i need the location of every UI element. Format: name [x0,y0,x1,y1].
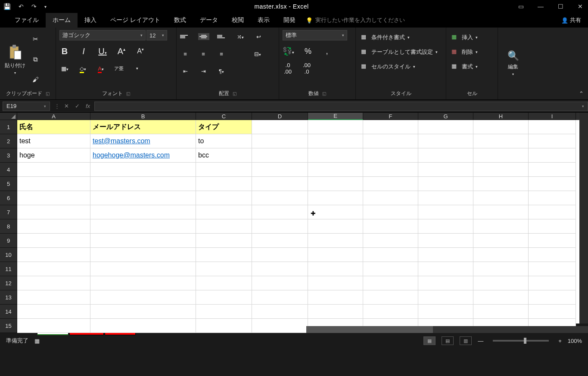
phonetic-button[interactable]: ア亜 [114,65,124,72]
borders-button[interactable]: ▦▾ [59,65,70,72]
wrap-text-button[interactable]: ↩ [253,34,264,40]
cell[interactable] [17,219,90,234]
zoom-slider[interactable] [493,340,549,342]
font-size-dropdown[interactable]: 12▾ [146,30,167,40]
cell[interactable] [529,262,576,276]
number-format-dropdown[interactable]: 標準▾ [283,30,347,40]
cell[interactable] [529,134,576,148]
cell[interactable] [196,234,252,248]
cell[interactable] [363,148,418,163]
tab-ページ レイアウト[interactable]: ページ レイアウト [103,13,167,28]
ribbon-display-icon[interactable]: ▭ [516,3,525,10]
cell[interactable] [363,163,418,177]
cell[interactable] [473,305,529,319]
cell[interactable] [473,262,529,276]
cell[interactable] [418,205,473,219]
cell[interactable] [363,134,418,148]
cell[interactable] [90,177,196,191]
cell[interactable] [473,148,529,163]
cell[interactable] [529,177,576,191]
row-header[interactable]: 4 [0,163,17,177]
tab-数式[interactable]: 数式 [167,13,193,28]
cell[interactable] [252,120,308,134]
column-header-A[interactable]: A [17,113,90,120]
cell[interactable] [196,290,252,305]
cell[interactable] [308,134,363,148]
cell[interactable] [308,205,363,219]
cell[interactable] [90,305,196,319]
minimize-icon[interactable]: — [536,3,545,10]
cell[interactable] [418,219,473,234]
cell[interactable] [252,262,308,276]
cell[interactable] [90,276,196,290]
cell[interactable] [473,134,529,148]
cell[interactable] [473,290,529,305]
cell[interactable] [17,319,90,333]
align-right-icon[interactable]: ≡ [216,51,227,57]
row-header[interactable]: 12 [0,276,17,290]
row-header[interactable]: 8 [0,219,17,234]
row-header[interactable]: 14 [0,305,17,319]
row-header[interactable]: 9 [0,234,17,248]
dialog-launcher-icon[interactable]: ◱ [46,91,50,96]
cell[interactable] [252,234,308,248]
rtl-icon[interactable]: ¶▾ [216,68,227,74]
zoom-level[interactable]: 100% [568,338,582,344]
cell[interactable] [252,276,308,290]
save-icon[interactable]: 💾 [3,3,11,10]
format-as-table-button[interactable]: ▦テーブルとして書式設定▾ [359,46,442,58]
cell[interactable] [17,191,90,205]
tab-表示[interactable]: 表示 [251,13,277,28]
cell[interactable] [196,319,252,333]
grow-font-button[interactable]: A▴ [116,46,127,56]
cell[interactable] [473,191,529,205]
redo-icon[interactable]: ↷ [31,3,37,10]
cell[interactable] [418,191,473,205]
cell[interactable] [17,262,90,276]
font-name-dropdown[interactable]: 游ゴシック▾ [59,30,146,40]
cell[interactable] [90,163,196,177]
cell[interactable] [196,262,252,276]
cell[interactable] [196,177,252,191]
cell[interactable] [473,234,529,248]
cell[interactable] [418,234,473,248]
tab-ファイル[interactable]: ファイル [8,13,46,28]
cell[interactable] [529,290,576,305]
column-header-C[interactable]: C [196,113,252,120]
tell-me-search[interactable]: 💡実行したい作業を入力してください [306,13,405,28]
share-button[interactable]: 👤 共有 [554,13,588,28]
cell[interactable] [252,191,308,205]
cell[interactable] [418,276,473,290]
cell[interactable] [363,191,418,205]
cell[interactable] [252,319,308,333]
horizontal-scrollbar[interactable] [306,326,588,333]
cell[interactable] [90,319,196,333]
align-middle-icon[interactable] [198,33,209,40]
cell[interactable] [418,177,473,191]
cell[interactable] [308,305,363,319]
cell[interactable] [418,262,473,276]
row-header[interactable]: 6 [0,191,17,205]
cell[interactable] [363,219,418,234]
column-header-G[interactable]: G [418,113,473,120]
increase-indent-icon[interactable]: ⇥ [198,68,208,74]
column-header-H[interactable]: H [473,113,529,120]
cancel-formula-icon[interactable]: ✕ [64,103,69,109]
accounting-format-button[interactable]: 💱▾ [283,46,294,56]
cell[interactable] [418,248,473,262]
cell[interactable]: タイプ [196,120,252,134]
merge-button[interactable]: ⊟▾ [252,51,263,57]
cell[interactable]: bcc [196,148,252,163]
cell[interactable] [252,163,308,177]
cell[interactable] [196,305,252,319]
align-bottom-icon[interactable] [217,34,227,39]
cell[interactable] [308,248,363,262]
cell[interactable] [308,148,363,163]
align-top-icon[interactable] [180,34,190,39]
cell[interactable] [308,191,363,205]
decrease-indent-icon[interactable]: ⇤ [180,68,190,74]
cell[interactable] [363,205,418,219]
tab-開発[interactable]: 開発 [277,13,302,28]
increase-decimal-button[interactable]: .0.00 [283,62,293,75]
collapse-ribbon-icon[interactable]: ⌃ [579,90,584,97]
